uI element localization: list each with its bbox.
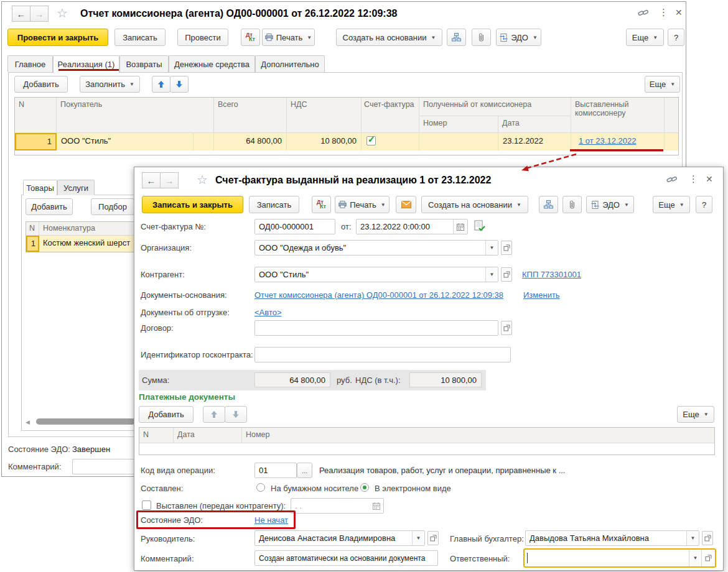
structure-button[interactable] [447,29,466,46]
dtkt-button[interactable]: ДтКт [241,29,260,46]
kpp-link[interactable]: КПП 773301001 [522,270,581,279]
fg-comment-input[interactable]: Создан автоматически на основании докуме… [254,550,438,566]
tab-main[interactable]: Главное [7,55,53,72]
get-link-icon[interactable] [638,8,649,18]
head-combo[interactable]: Денисова Анастасия Владимировна▼ [254,530,425,546]
table-more-button[interactable]: Еще▼ [645,76,680,93]
fg-attachments-button[interactable] [562,196,582,213]
close-icon[interactable]: ✕ [675,7,683,17]
fg-save-button[interactable]: Записать [249,196,299,213]
cell-vat[interactable]: 10 800,00 [287,133,362,150]
issued-invoice-link[interactable]: 1 от 23.12.2022 [579,136,636,145]
more-button[interactable]: Еще▼ [626,29,664,46]
fg-back-button[interactable]: ← [142,172,161,188]
col-header-date[interactable]: Дата [498,116,571,133]
back-button[interactable]: ← [12,6,30,22]
organization-combo[interactable]: ООО "Одежда и обувь"▼ [254,240,498,256]
col-header-number[interactable]: Номер [419,116,498,133]
payments-down-button[interactable] [225,406,247,423]
organization-open-button[interactable] [501,241,512,255]
attachments-button[interactable] [472,29,491,46]
tab-services[interactable]: Услуги [57,180,95,195]
radio-electronic[interactable] [360,483,369,492]
payments-more-button[interactable]: Еще▼ [677,406,714,423]
fg-kebab-menu-icon[interactable]: ⋮ [689,173,698,185]
fill-button[interactable]: Заполнить▼ [80,76,140,93]
favorite-star-icon[interactable]: ☆ [57,6,68,21]
cell-invoice-flag[interactable]: ✓ [362,133,419,150]
accountant-dropdown[interactable]: ▼ [686,531,699,545]
payments-add-button[interactable]: Добавить [139,406,194,423]
tab-additional[interactable]: Дополнительно [255,55,325,72]
op-code-pick-button[interactable]: ... [297,463,312,478]
contractor-combo[interactable]: ООО "Стиль"▼ [254,267,498,282]
payments-section-title[interactable]: Платежные документы [139,392,235,402]
invoice-checkbox[interactable]: ✓ [366,136,376,145]
invoice-date-input[interactable]: 23.12.2022 0:00:00 [356,219,468,234]
move-down-button[interactable] [170,76,189,93]
accountant-open-button[interactable] [702,531,713,545]
kebab-menu-icon[interactable]: ⋮ [659,7,668,18]
tab-money[interactable]: Денежные средства [169,55,255,72]
payments-up-button[interactable] [203,406,225,423]
fg-close-icon[interactable]: ✕ [706,174,713,184]
set-date-icon[interactable] [474,220,486,233]
base-docs-link[interactable]: Отчет комиссионера (агента) ОД00-000001 … [254,290,503,300]
shipping-docs-link[interactable]: <Авто> [254,308,282,317]
fg-create-on-base-button[interactable]: Создать на основании▼ [421,196,528,213]
responsible-combo[interactable]: ▼ [523,548,716,568]
issued-checkbox[interactable] [142,500,151,510]
fg-get-link-icon[interactable] [666,175,678,185]
post-button[interactable]: Провести [177,29,228,46]
radio-paper[interactable] [256,483,265,492]
col-header-buyer[interactable]: Покупатель [57,98,214,133]
add-row-button[interactable]: Добавить [14,76,68,93]
payments-col-n[interactable]: N [139,428,174,443]
contract-open-button[interactable] [501,321,512,335]
move-up-button[interactable] [152,76,170,93]
fg-forward-button[interactable]: → [160,172,179,188]
col-header-n[interactable]: N [15,98,57,133]
tab-returns[interactable]: Возвраты [119,55,169,72]
scroll-left-arrow[interactable]: ◀ [26,419,30,425]
col-header-total[interactable]: Всего [214,98,287,133]
head-open-button[interactable] [427,531,439,545]
head-dropdown[interactable]: ▼ [412,531,424,545]
responsible-dropdown[interactable]: ▼ [689,550,701,566]
cell-buyer-extra[interactable] [194,133,214,150]
gov-contract-input[interactable] [254,347,511,362]
responsible-open-button[interactable] [701,550,715,566]
issued-date-input[interactable]: . . [291,498,384,514]
cell-n[interactable]: 1 [15,133,57,150]
horizontal-scrollbar[interactable] [36,418,136,425]
fg-edo-button[interactable]: ЭДО▼ [586,196,634,213]
fg-structure-button[interactable] [539,196,558,213]
goods-add-button[interactable]: Добавить [26,198,73,215]
contractor-open-button[interactable] [501,267,512,282]
print-button[interactable]: Печать▼ [262,29,315,46]
cell-buyer[interactable]: ООО "Стиль" [57,133,194,150]
cell-number[interactable] [419,133,498,150]
save-button[interactable]: Записать [114,29,166,46]
help-button[interactable]: ? [668,29,684,46]
accountant-combo[interactable]: Давыдова Татьяна Михайловна▼ [525,530,699,546]
op-code-input[interactable]: 01 [254,463,297,478]
edo-button[interactable]: ЭДО▼ [496,29,541,46]
change-link[interactable]: Изменить [523,290,560,300]
create-on-base-button[interactable]: Создать на основании▼ [336,29,442,46]
cell-issued[interactable]: 1 от 23.12.2022 [571,133,665,150]
goods-cell-n[interactable]: 1 [26,236,39,252]
contract-input[interactable] [254,320,498,336]
col-header-vat[interactable]: НДС [287,98,362,133]
col-header-received[interactable]: Полученный от комиссионера [419,98,571,116]
tab-goods[interactable]: Товары [23,180,57,195]
col-header-issued[interactable]: Выставленный комиссионеру [571,98,665,133]
goods-col-n[interactable]: N [26,222,39,236]
cell-total[interactable]: 64 800,00 [214,133,287,150]
fg-help-button[interactable]: ? [696,196,712,213]
issued-calendar-icon[interactable] [369,499,383,513]
fg-email-button[interactable] [396,196,416,213]
cell-date[interactable]: 23.12.2022 [498,133,571,150]
organization-dropdown[interactable]: ▼ [485,241,498,255]
fg-print-button[interactable]: Печать▼ [335,196,390,213]
